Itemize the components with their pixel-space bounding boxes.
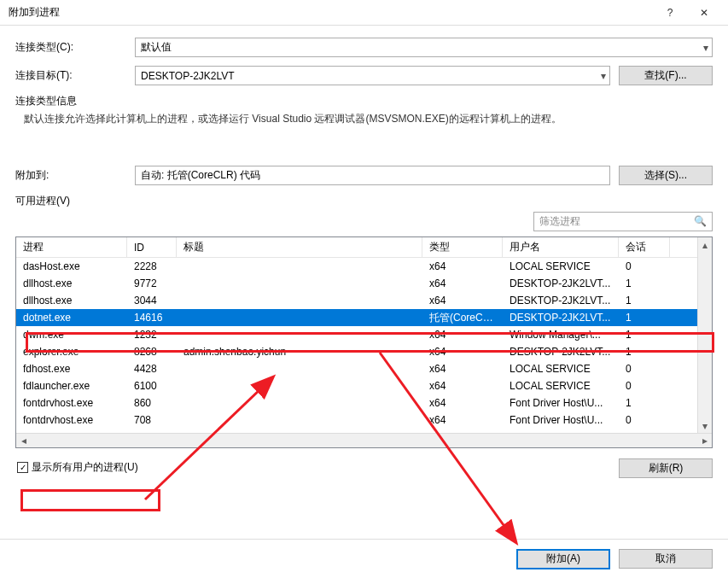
cell-id: 4428 [127,363,177,375]
cell-sess: 1 [619,295,670,307]
available-processes-label: 可用进程(V) [15,194,713,208]
cell-type: x64 [422,295,503,307]
cell-sess: 1 [619,346,670,358]
connection-target-label: 连接目标(T): [15,68,135,83]
search-icon: 🔍 [694,215,707,227]
dialog-title: 附加到进程 [7,5,653,20]
cell-proc: dwm.exe [16,329,127,341]
cell-type: x64 [422,414,503,426]
table-row[interactable]: dllhost.exe3044x64DESKTOP-2JK2LVT...1 [16,292,697,309]
table-header: 进程 ID 标题 类型 用户名 会话 [16,237,697,258]
scroll-right-icon[interactable]: ▸ [697,434,712,448]
cell-user: LOCAL SERVICE [503,260,619,272]
attach-to-value: 自动: 托管(CoreCLR) 代码 [141,168,260,183]
cell-id: 708 [127,414,177,426]
table-row[interactable]: dotnet.exe14616托管(CoreCL...DESKTOP-2JK2L… [16,309,697,326]
close-button[interactable]: ✕ [687,1,721,25]
cell-type: x64 [422,277,503,289]
cell-proc: fontdrvhost.exe [16,414,127,426]
attach-button[interactable]: 附加(A) [516,549,610,569]
cell-id: 9772 [127,277,177,289]
table-row[interactable]: dllhost.exe9772x64DESKTOP-2JK2LVT...1 [16,275,697,292]
connection-target-value: DESKTOP-2JK2LVT [141,70,235,82]
cell-user: Font Driver Host\U... [503,397,619,409]
show-all-users-checkbox[interactable]: ✓ 显示所有用户的进程(U) [15,458,143,476]
cell-id: 8268 [127,346,177,358]
scroll-down-icon[interactable]: ▾ [698,418,713,433]
cell-user: LOCAL SERVICE [503,380,619,392]
show-all-users-label: 显示所有用户的进程(U) [32,460,138,475]
table-row[interactable]: fdhost.exe4428x64LOCAL SERVICE0 [16,360,697,377]
scroll-up-icon[interactable]: ▴ [698,237,713,252]
cell-user: LOCAL SERVICE [503,363,619,375]
col-header-session[interactable]: 会话 [619,237,670,257]
annotation-checkbox [20,489,160,511]
cell-proc: fdhost.exe [16,363,127,375]
col-header-type[interactable]: 类型 [422,237,503,257]
cell-type: 托管(CoreCL... [422,311,503,325]
cell-type: x64 [422,397,503,409]
cell-type: x64 [422,260,503,272]
connection-type-combo[interactable]: 默认值 ▾ [135,38,713,57]
connection-target-combo[interactable]: DESKTOP-2JK2LVT ▾ [135,66,610,85]
horizontal-scrollbar[interactable]: ◂ ▸ [16,433,712,447]
cell-id: 3044 [127,295,177,307]
cell-id: 860 [127,397,177,409]
cell-sess: 1 [619,312,670,324]
cell-user: DESKTOP-2JK2LVT... [503,346,619,358]
cell-user: DESKTOP-2JK2LVT... [503,295,619,307]
filter-input[interactable]: 筛选进程 🔍 [533,212,713,231]
cell-title: admin.shenbao.yichun [177,346,422,358]
table-row[interactable]: fontdrvhost.exe860x64Font Driver Host\U.… [16,394,697,412]
cancel-button[interactable]: 取消 [619,549,713,569]
find-button[interactable]: 查找(F)... [619,66,713,85]
cell-sess: 0 [619,260,670,272]
select-button[interactable]: 选择(S)... [619,166,713,185]
col-header-title[interactable]: 标题 [177,237,422,257]
cell-sess: 1 [619,397,670,409]
cell-sess: 1 [619,277,670,289]
cell-type: x64 [422,346,503,358]
cell-id: 14616 [127,312,177,324]
cell-proc: fdlauncher.exe [16,380,127,392]
chevron-down-icon: ▾ [601,70,606,82]
cell-id: 2228 [127,260,177,272]
cell-type: x64 [422,329,503,341]
table-row[interactable]: explorer.exe8268admin.shenbao.yichunx64D… [16,343,697,360]
table-row[interactable]: dwm.exe1232x64Window Manager\...1 [16,326,697,343]
cell-user: Window Manager\... [503,329,619,341]
connection-type-label: 连接类型(C): [15,40,135,55]
filter-placeholder: 筛选进程 [539,214,580,229]
table-row[interactable]: fdlauncher.exe6100x64LOCAL SERVICE0 [16,377,697,394]
refresh-button[interactable]: 刷新(R) [619,458,713,478]
col-header-process[interactable]: 进程 [16,237,127,257]
cell-proc: dllhost.exe [16,295,127,307]
process-table[interactable]: 进程 ID 标题 类型 用户名 会话 dasHost.exe2228x64LOC… [15,236,713,448]
col-header-user[interactable]: 用户名 [503,237,619,257]
attach-to-field: 自动: 托管(CoreCLR) 代码 [135,166,610,185]
cell-user: DESKTOP-2JK2LVT... [503,312,619,324]
cell-proc: fontdrvhost.exe [16,397,127,409]
connection-type-value: 默认值 [141,40,172,55]
connection-info-label: 连接类型信息 [15,94,713,108]
cell-user: Font Driver Host\U... [503,414,619,426]
cell-proc: dllhost.exe [16,277,127,289]
table-row[interactable]: fontdrvhost.exe708x64Font Driver Host\U.… [16,412,697,429]
cell-id: 6100 [127,380,177,392]
cell-proc: explorer.exe [16,346,127,358]
cell-proc: dotnet.exe [16,312,127,324]
chevron-down-icon: ▾ [703,42,708,54]
help-button[interactable]: ? [653,1,687,25]
scroll-left-icon[interactable]: ◂ [16,434,31,448]
cell-sess: 0 [619,380,670,392]
col-header-id[interactable]: ID [127,237,177,257]
cell-proc: dasHost.exe [16,260,127,272]
vertical-scrollbar[interactable]: ▴ ▾ [697,237,712,433]
cell-type: x64 [422,363,503,375]
cell-sess: 0 [619,363,670,375]
table-row[interactable]: dasHost.exe2228x64LOCAL SERVICE0 [16,258,697,275]
checkbox-icon: ✓ [17,462,28,473]
cell-sess: 0 [619,414,670,426]
cell-user: DESKTOP-2JK2LVT... [503,277,619,289]
connection-info-text: 默认连接允许选择此计算机上的进程，或选择运行 Visual Studio 远程调… [24,112,713,126]
